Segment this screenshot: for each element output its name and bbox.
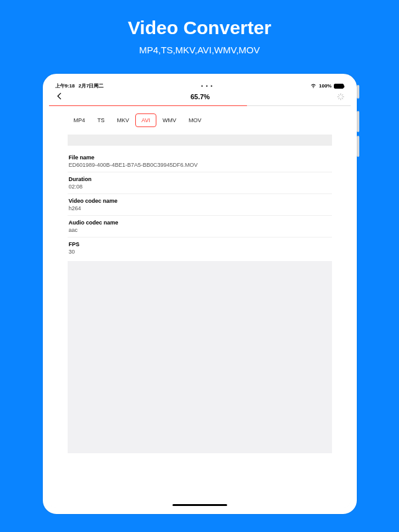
- format-tab-avi[interactable]: AVI: [135, 113, 156, 127]
- info-row: FPS30: [68, 237, 332, 259]
- info-label: FPS: [69, 241, 331, 247]
- info-label: Duration: [69, 176, 331, 182]
- svg-line-5: [342, 98, 343, 99]
- loading-spinner-icon: [337, 93, 344, 100]
- progress-bar: [49, 105, 351, 106]
- info-value: aac: [69, 227, 331, 233]
- info-value: ED601989-400B-4BE1-B7A5-BB0C39945DF6.MOV: [69, 162, 331, 168]
- battery-percent: 100%: [319, 83, 331, 89]
- svg-line-6: [338, 98, 339, 99]
- status-bar: 上午9:18 2月7日周二 • • • 100%: [49, 80, 351, 91]
- info-value: 02:08: [69, 184, 331, 190]
- info-label: Video codec name: [69, 198, 331, 204]
- device-volume-up: [357, 111, 359, 132]
- info-row: Video codec nameh264: [68, 194, 332, 216]
- device-volume-down: [357, 136, 359, 157]
- format-tab-wmv[interactable]: WMV: [156, 113, 182, 127]
- svg-line-4: [338, 95, 339, 96]
- status-date: 2月7日周二: [79, 82, 104, 89]
- content-placeholder: [68, 261, 332, 453]
- info-row: Duration02:08: [68, 172, 332, 194]
- format-tab-ts[interactable]: TS: [91, 113, 111, 127]
- multitask-dots-icon: • • •: [201, 83, 213, 89]
- format-tab-mov[interactable]: MOV: [182, 113, 208, 127]
- home-indicator[interactable]: [173, 504, 227, 506]
- file-info-list: File nameED601989-400B-4BE1-B7A5-BB0C399…: [68, 151, 332, 259]
- nav-title: 65.7%: [64, 93, 337, 100]
- info-label: Audio codec name: [69, 219, 331, 226]
- format-tabs: MP4TSMKVAVIWMVMOV: [49, 106, 351, 135]
- device-power-button: [357, 85, 359, 99]
- svg-line-7: [342, 95, 343, 96]
- format-tab-mp4[interactable]: MP4: [68, 113, 92, 127]
- info-value: 30: [69, 249, 331, 255]
- info-label: File name: [69, 154, 331, 161]
- info-row: Audio codec nameaac: [68, 216, 332, 237]
- back-button[interactable]: [55, 92, 64, 102]
- thumbnail-placeholder: [68, 135, 332, 146]
- info-value: h264: [69, 205, 331, 211]
- page-subtitle: MP4,TS,MKV,AVI,WMV,MOV: [0, 45, 399, 55]
- progress-fill: [49, 105, 247, 106]
- battery-icon: [334, 84, 344, 89]
- wifi-icon: [310, 83, 316, 89]
- status-time: 上午9:18: [55, 82, 75, 89]
- format-tab-mkv[interactable]: MKV: [111, 113, 136, 127]
- tablet-frame: 上午9:18 2月7日周二 • • • 100% 65.7%: [43, 74, 357, 514]
- info-row: File nameED601989-400B-4BE1-B7A5-BB0C399…: [68, 151, 332, 172]
- page-title: Video Converter: [0, 17, 399, 38]
